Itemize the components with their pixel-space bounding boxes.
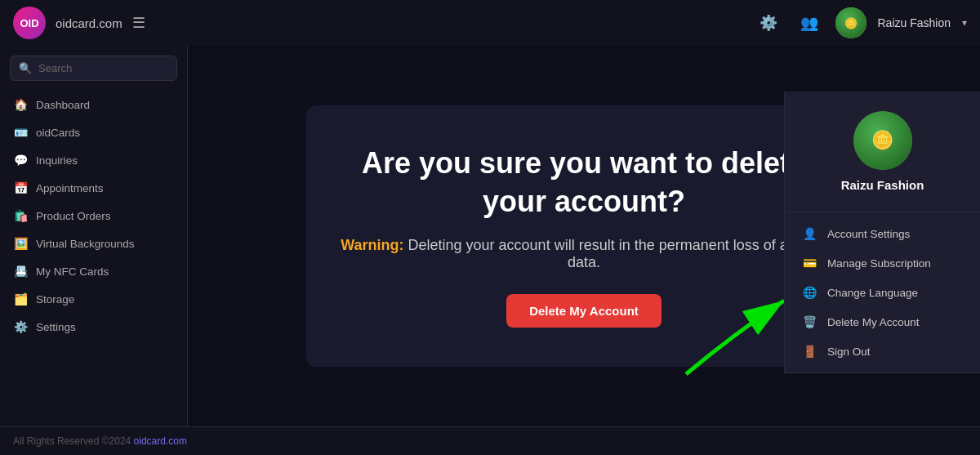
- sidebar-label-appointments: Appointments: [36, 182, 104, 194]
- sidebar-label-virtual-backgrounds: Virtual Backgrounds: [36, 238, 135, 250]
- user-name-top: Raizu Fashion: [878, 16, 951, 29]
- sidebar-item-dashboard[interactable]: 🏠 Dashboard: [0, 91, 187, 118]
- nav-left: OID oidcard.com ☰: [13, 7, 145, 39]
- dropdown-avatar: 🪙: [853, 111, 912, 170]
- top-nav: OID oidcard.com ☰ ⚙️ 👥 🪙 Raizu Fashion ▾: [0, 0, 980, 46]
- dropdown-item-delete-account[interactable]: 🗑️ Delete My Account: [785, 307, 980, 337]
- chevron-down-icon[interactable]: ▾: [962, 17, 967, 29]
- dropdown-user-section: 🪙 Raizu Fashion: [785, 91, 980, 205]
- confirm-dialog: Are you sure you want to delete your acc…: [306, 105, 862, 368]
- footer: All Rights Reserved ©2024 oidcard.com: [0, 426, 980, 455]
- sidebar-label-inquiries: Inquiries: [36, 154, 78, 167]
- confirm-warning: Warning: Deleting your account will resu…: [339, 237, 829, 271]
- main-content: Are you sure you want to delete your acc…: [188, 46, 980, 426]
- sign-out-icon: 🚪: [801, 345, 817, 358]
- delete-account-button[interactable]: Delete My Account: [506, 294, 662, 328]
- storage-icon: 🗂️: [13, 292, 28, 306]
- dropdown-user-name: Raizu Fashion: [841, 178, 924, 192]
- warning-label: Warning:: [341, 237, 403, 253]
- sidebar-label-product-orders: Product Orders: [36, 210, 111, 222]
- sidebar-item-oidcards[interactable]: 🪪 oidCards: [0, 118, 187, 146]
- user-dropdown: 🪙 Raizu Fashion 👤 Account Settings 💳 Man…: [784, 91, 980, 373]
- hamburger-icon[interactable]: ☰: [132, 14, 145, 32]
- sidebar-item-product-orders[interactable]: 🛍️ Product Orders: [0, 202, 187, 230]
- my-nfc-cards-icon: 📇: [13, 265, 28, 278]
- appointments-icon: 📅: [13, 181, 28, 194]
- sidebar-item-storage[interactable]: 🗂️ Storage: [0, 285, 187, 313]
- change-language-icon: 🌐: [801, 286, 817, 299]
- footer-link[interactable]: oidcard.com: [134, 435, 187, 447]
- nav-right: ⚙️ 👥 🪙 Raizu Fashion ▾: [754, 7, 968, 38]
- dropdown-label-change-language: Change Language: [827, 287, 918, 299]
- dropdown-label-account-settings: Account Settings: [827, 228, 910, 240]
- settings-icon-button[interactable]: ⚙️: [754, 8, 783, 38]
- dropdown-divider: [785, 212, 980, 212]
- search-input[interactable]: [38, 62, 168, 74]
- search-box[interactable]: 🔍: [10, 56, 177, 81]
- dropdown-item-sign-out[interactable]: 🚪 Sign Out: [785, 337, 980, 366]
- sidebar-item-settings[interactable]: ⚙️ Settings: [0, 313, 187, 341]
- sidebar-label-storage: Storage: [36, 293, 74, 306]
- virtual-backgrounds-icon: 🖼️: [13, 237, 28, 250]
- inquiries-icon: 💬: [13, 154, 28, 167]
- dashboard-icon: 🏠: [13, 98, 28, 111]
- product-orders-icon: 🛍️: [13, 209, 28, 222]
- sidebar-item-my-nfc-cards[interactable]: 📇 My NFC Cards: [0, 257, 187, 285]
- search-icon: 🔍: [19, 62, 32, 74]
- sidebar: 🔍 🏠 Dashboard 🪪 oidCards 💬 Inquiries 📅 A…: [0, 46, 188, 426]
- settings-icon: ⚙️: [13, 320, 28, 333]
- confirm-title: Are you sure you want to delete your acc…: [339, 145, 829, 221]
- layout: 🔍 🏠 Dashboard 🪪 oidCards 💬 Inquiries 📅 A…: [0, 46, 980, 426]
- oidcards-icon: 🪪: [13, 126, 28, 139]
- dropdown-item-manage-subscription[interactable]: 💳 Manage Subscription: [785, 248, 980, 278]
- sidebar-item-inquiries[interactable]: 💬 Inquiries: [0, 146, 187, 174]
- user-avatar-top[interactable]: 🪙: [835, 7, 866, 38]
- sidebar-item-appointments[interactable]: 📅 Appointments: [0, 174, 187, 202]
- sidebar-item-virtual-backgrounds[interactable]: 🖼️ Virtual Backgrounds: [0, 230, 187, 257]
- sidebar-label-oidcards: oidCards: [36, 127, 80, 139]
- warning-text: Deleting your account will result in the…: [408, 237, 827, 270]
- sidebar-label-settings: Settings: [36, 321, 76, 333]
- sidebar-label-dashboard: Dashboard: [36, 99, 90, 111]
- account-settings-icon: 👤: [801, 227, 817, 240]
- manage-subscription-icon: 💳: [801, 256, 817, 270]
- logo[interactable]: OID: [13, 7, 46, 39]
- delete-account-icon: 🗑️: [801, 315, 817, 328]
- site-name: oidcard.com: [56, 16, 122, 30]
- dropdown-label-sign-out: Sign Out: [827, 346, 871, 358]
- sidebar-label-my-nfc-cards: My NFC Cards: [36, 265, 109, 278]
- footer-text: All Rights Reserved ©2024: [13, 435, 131, 447]
- user-switch-icon-button[interactable]: 👥: [795, 8, 824, 38]
- dropdown-item-change-language[interactable]: 🌐 Change Language: [785, 278, 980, 307]
- dropdown-label-manage-subscription: Manage Subscription: [827, 257, 931, 270]
- dropdown-label-delete-account: Delete My Account: [827, 316, 920, 328]
- dropdown-item-account-settings[interactable]: 👤 Account Settings: [785, 219, 980, 248]
